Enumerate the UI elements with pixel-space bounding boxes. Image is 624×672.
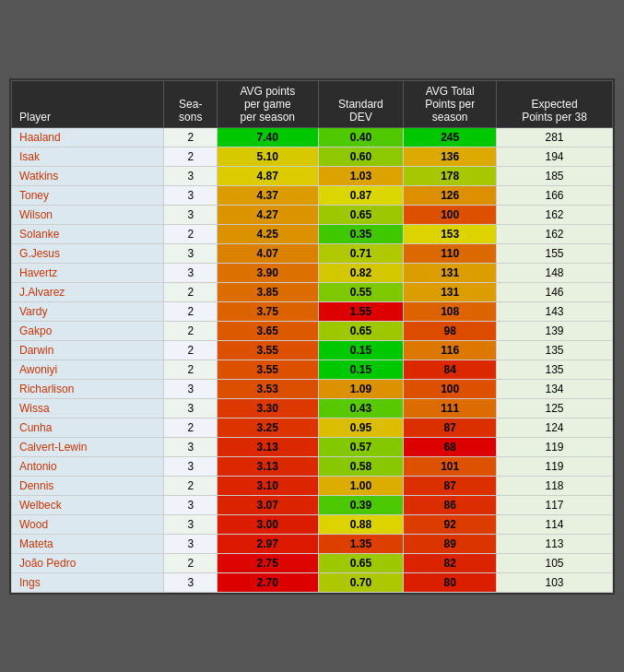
std-dev-cell: 0.82 bbox=[318, 263, 404, 282]
seasons-cell: 2 bbox=[164, 418, 218, 437]
table-row: Toney34.370.87126166 bbox=[12, 185, 613, 205]
main-table-container: Player Sea-sons AVG pointsper gameper se… bbox=[9, 78, 615, 595]
expected-cell: 135 bbox=[497, 340, 613, 360]
avg-pts-cell: 4.07 bbox=[218, 243, 318, 263]
stats-table: Player Sea-sons AVG pointsper gameper se… bbox=[11, 80, 613, 593]
avg-total-cell: 92 bbox=[404, 514, 497, 534]
seasons-cell: 2 bbox=[164, 301, 218, 321]
seasons-cell: 3 bbox=[164, 166, 218, 185]
table-row: Antonio33.130.58101119 bbox=[12, 456, 613, 476]
table-row: Ings32.700.7080103 bbox=[12, 572, 613, 592]
avg-pts-cell: 3.25 bbox=[218, 418, 318, 437]
std-dev-cell: 0.60 bbox=[318, 147, 404, 166]
avg-total-cell: 108 bbox=[404, 301, 497, 321]
expected-cell: 146 bbox=[497, 282, 613, 301]
table-row: Calvert-Lewin33.130.5768119 bbox=[12, 437, 613, 456]
player-name-cell: Vardy bbox=[12, 301, 164, 321]
avg-total-cell: 82 bbox=[404, 553, 497, 572]
avg-pts-cell: 4.27 bbox=[218, 205, 318, 224]
std-dev-cell: 0.43 bbox=[318, 398, 404, 418]
player-name-cell: Cunha bbox=[12, 418, 164, 437]
player-name-cell: Watkins bbox=[12, 166, 164, 185]
player-name-cell: Ings bbox=[12, 572, 164, 592]
std-dev-cell: 0.70 bbox=[318, 572, 404, 592]
col-header-std-dev: StandardDEV bbox=[318, 80, 404, 127]
expected-cell: 124 bbox=[497, 418, 613, 437]
seasons-cell: 3 bbox=[164, 205, 218, 224]
std-dev-cell: 1.09 bbox=[318, 379, 404, 398]
seasons-cell: 3 bbox=[164, 514, 218, 534]
seasons-cell: 2 bbox=[164, 360, 218, 379]
table-row: Gakpo23.650.6598139 bbox=[12, 321, 613, 340]
std-dev-cell: 0.35 bbox=[318, 224, 404, 243]
player-name-cell: Solanke bbox=[12, 224, 164, 243]
expected-cell: 155 bbox=[497, 243, 613, 263]
avg-pts-cell: 3.90 bbox=[218, 263, 318, 282]
std-dev-cell: 1.35 bbox=[318, 534, 404, 553]
avg-pts-cell: 2.97 bbox=[218, 534, 318, 553]
player-name-cell: Wood bbox=[12, 514, 164, 534]
col-header-player: Player bbox=[12, 80, 164, 127]
col-header-expected: ExpectedPoints per 38 bbox=[497, 80, 613, 127]
std-dev-cell: 0.15 bbox=[318, 360, 404, 379]
std-dev-cell: 1.00 bbox=[318, 476, 404, 495]
avg-total-cell: 245 bbox=[404, 127, 497, 147]
avg-total-cell: 68 bbox=[404, 437, 497, 456]
seasons-cell: 3 bbox=[164, 263, 218, 282]
seasons-cell: 3 bbox=[164, 534, 218, 553]
avg-total-cell: 126 bbox=[404, 185, 497, 205]
table-row: Darwin23.550.15116135 bbox=[12, 340, 613, 360]
avg-pts-cell: 3.65 bbox=[218, 321, 318, 340]
table-row: Wissa33.300.43111125 bbox=[12, 398, 613, 418]
avg-total-cell: 110 bbox=[404, 243, 497, 263]
avg-pts-cell: 4.37 bbox=[218, 185, 318, 205]
std-dev-cell: 0.71 bbox=[318, 243, 404, 263]
table-row: Havertz33.900.82131148 bbox=[12, 263, 613, 282]
expected-cell: 162 bbox=[497, 224, 613, 243]
seasons-cell: 2 bbox=[164, 340, 218, 360]
player-name-cell: Awoniyi bbox=[12, 360, 164, 379]
seasons-cell: 3 bbox=[164, 243, 218, 263]
seasons-cell: 2 bbox=[164, 476, 218, 495]
table-row: Welbeck33.070.3986117 bbox=[12, 495, 613, 514]
seasons-cell: 3 bbox=[164, 185, 218, 205]
header-row: Player Sea-sons AVG pointsper gameper se… bbox=[12, 80, 613, 127]
table-row: Haaland27.400.40245281 bbox=[12, 127, 613, 147]
expected-cell: 114 bbox=[497, 514, 613, 534]
table-row: Cunha23.250.9587124 bbox=[12, 418, 613, 437]
expected-cell: 185 bbox=[497, 166, 613, 185]
table-row: Vardy23.751.55108143 bbox=[12, 301, 613, 321]
std-dev-cell: 0.15 bbox=[318, 340, 404, 360]
avg-pts-cell: 3.55 bbox=[218, 340, 318, 360]
expected-cell: 103 bbox=[497, 572, 613, 592]
player-name-cell: J.Alvarez bbox=[12, 282, 164, 301]
expected-cell: 105 bbox=[497, 553, 613, 572]
col-header-avg-total: AVG TotalPoints perseason bbox=[404, 80, 497, 127]
player-name-cell: Richarlison bbox=[12, 379, 164, 398]
expected-cell: 139 bbox=[497, 321, 613, 340]
table-row: Wilson34.270.65100162 bbox=[12, 205, 613, 224]
player-name-cell: Wilson bbox=[12, 205, 164, 224]
expected-cell: 134 bbox=[497, 379, 613, 398]
player-name-cell: Havertz bbox=[12, 263, 164, 282]
expected-cell: 143 bbox=[497, 301, 613, 321]
avg-pts-cell: 3.55 bbox=[218, 360, 318, 379]
player-name-cell: Toney bbox=[12, 185, 164, 205]
table-row: Solanke24.250.35153162 bbox=[12, 224, 613, 243]
avg-total-cell: 86 bbox=[404, 495, 497, 514]
player-name-cell: Darwin bbox=[12, 340, 164, 360]
std-dev-cell: 0.55 bbox=[318, 282, 404, 301]
avg-total-cell: 98 bbox=[404, 321, 497, 340]
avg-pts-cell: 3.85 bbox=[218, 282, 318, 301]
seasons-cell: 3 bbox=[164, 379, 218, 398]
std-dev-cell: 0.65 bbox=[318, 205, 404, 224]
std-dev-cell: 0.88 bbox=[318, 514, 404, 534]
player-name-cell: Welbeck bbox=[12, 495, 164, 514]
player-name-cell: Dennis bbox=[12, 476, 164, 495]
seasons-cell: 3 bbox=[164, 495, 218, 514]
table-row: J.Alvarez23.850.55131146 bbox=[12, 282, 613, 301]
std-dev-cell: 1.03 bbox=[318, 166, 404, 185]
avg-total-cell: 80 bbox=[404, 572, 497, 592]
avg-pts-cell: 3.75 bbox=[218, 301, 318, 321]
avg-pts-cell: 2.75 bbox=[218, 553, 318, 572]
